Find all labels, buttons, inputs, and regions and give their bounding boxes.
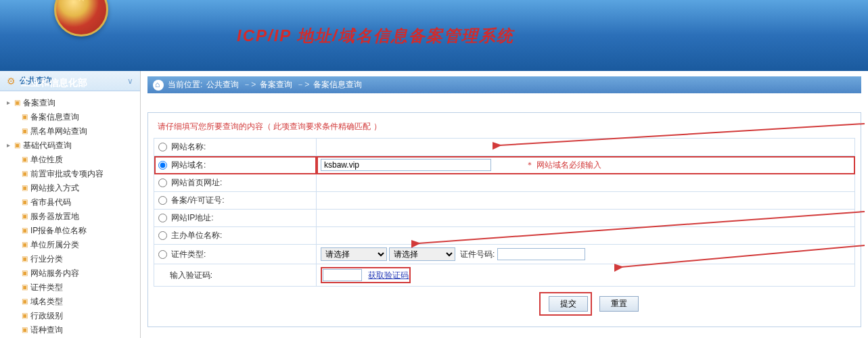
- cert-type-select-2[interactable]: 请选择: [389, 247, 455, 261]
- doc-icon: [22, 280, 28, 294]
- label-homepage: 网站首页网址:: [171, 178, 222, 187]
- doc-icon: [22, 294, 28, 308]
- doc-icon: [22, 251, 28, 266]
- sidebar-link[interactable]: IP报备单位名称: [30, 224, 87, 237]
- breadcrumb-lvl3[interactable]: 备案信息查询: [313, 79, 362, 91]
- sidebar-link[interactable]: 行政级别: [30, 309, 63, 322]
- sidebar-item[interactable]: 行业分类: [3, 251, 137, 266]
- sidebar-link[interactable]: 服务器放置地: [30, 210, 79, 223]
- sidebar-tree: 备案查询 备案信息查询 黑名单网站查询 基础代码查询 单位性质 前置审批或专项内…: [0, 91, 140, 338]
- sidebar-link[interactable]: 网站接入方式: [30, 181, 79, 195]
- home-icon[interactable]: [153, 80, 164, 91]
- sidebar-link[interactable]: 语种查询: [30, 323, 63, 337]
- sidebar-item[interactable]: 服务器放置地: [3, 209, 137, 223]
- sidebar-item[interactable]: 域名类型: [3, 294, 137, 308]
- breadcrumb-sep: －>: [296, 79, 309, 91]
- form-table: 网站名称: 网站域名: ＊ 网站域名必须输入 网站首页网址: 备案/许可证号:: [154, 138, 855, 287]
- label-cert: 证件类型:: [171, 249, 206, 259]
- row-site-name: 网站名称:: [154, 139, 855, 156]
- row-cert: 证件类型: 请选择 请选择 证件号码:: [154, 245, 855, 264]
- breadcrumb-lvl1[interactable]: 公共查询: [206, 79, 239, 91]
- sidebar-item[interactable]: 前置审批或专项内容: [3, 166, 137, 180]
- folder-icon: [7, 95, 12, 110]
- row-domain: 网站域名: ＊ 网站域名必须输入: [154, 156, 855, 174]
- query-form: 请仔细填写您所要查询的内容（ 此项查询要求条件精确匹配 ） 网站名称: 网站域名…: [147, 112, 861, 327]
- row-homepage: 网站首页网址:: [154, 174, 855, 192]
- doc-icon: [22, 166, 28, 180]
- sidebar-item[interactable]: 行政级别: [3, 308, 137, 322]
- doc-icon: [22, 308, 28, 322]
- sidebar-link[interactable]: 单位性质: [30, 153, 63, 166]
- sidebar-link[interactable]: 省市县代码: [30, 195, 71, 209]
- sidebar-item[interactable]: 单位性质: [3, 152, 137, 166]
- sidebar-link[interactable]: 备案查询: [23, 96, 55, 110]
- sidebar-item[interactable]: 证件类型: [3, 280, 137, 294]
- doc-icon: [14, 95, 20, 110]
- doc-icon: [22, 209, 28, 223]
- label-license: 备案/许可证号:: [171, 195, 225, 205]
- radio-site-name[interactable]: [158, 143, 167, 151]
- button-row: 提交 重置: [154, 287, 855, 318]
- radio-ip[interactable]: [158, 214, 167, 222]
- doc-icon: [14, 138, 20, 152]
- label-domain: 网站域名:: [171, 160, 206, 170]
- radio-license[interactable]: [158, 196, 167, 205]
- main-content: 当前位置: 公共查询 －> 备案查询 －> 备案信息查询 请仔细填写您所要查询的…: [141, 71, 868, 338]
- sidebar-link[interactable]: 前置审批或专项内容: [30, 167, 104, 180]
- row-ip: 网站IP地址:: [154, 210, 855, 227]
- sidebar-link[interactable]: 基础代码查询: [23, 139, 72, 152]
- breadcrumb-lvl2[interactable]: 备案查询: [260, 79, 292, 91]
- captcha-input[interactable]: [323, 269, 362, 281]
- cert-no-input[interactable]: [497, 248, 585, 260]
- domain-input[interactable]: [321, 159, 491, 171]
- sidebar-link[interactable]: 行业分类: [30, 252, 63, 266]
- sidebar-link[interactable]: 单位所属分类: [30, 238, 79, 251]
- domain-required-hint: ＊ 网站域名必须输入: [526, 160, 601, 170]
- submit-button[interactable]: 提交: [549, 296, 588, 312]
- doc-icon: [22, 223, 28, 237]
- sidebar-group-code[interactable]: 基础代码查询: [3, 138, 137, 152]
- sidebar-link[interactable]: 域名类型: [30, 295, 63, 308]
- form-hint: 请仔细填写您所要查询的内容（ 此项查询要求条件精确匹配 ）: [154, 118, 855, 138]
- sidebar: 公共查询 备案查询 备案信息查询 黑名单网站查询 基础代码查询 单位性质 前置审…: [0, 71, 141, 338]
- system-title: ICP/IP 地址/域名信息备案管理系统: [237, 26, 514, 45]
- label-captcha: 输入验证码:: [170, 270, 212, 280]
- doc-icon: [22, 195, 28, 209]
- breadcrumb: 当前位置: 公共查询 －> 备案查询 －> 备案信息查询: [147, 76, 861, 93]
- doc-icon: [22, 110, 28, 124]
- sidebar-group-beian[interactable]: 备案查询: [3, 95, 137, 110]
- folder-icon: [7, 138, 12, 152]
- sidebar-item[interactable]: 黑名单网站查询: [3, 124, 137, 138]
- doc-icon: [22, 237, 28, 251]
- breadcrumb-label: 当前位置:: [168, 79, 202, 91]
- sidebar-item[interactable]: IP报备单位名称: [3, 223, 137, 237]
- sidebar-link[interactable]: 网站服务内容: [30, 266, 79, 280]
- sidebar-item[interactable]: 网站服务内容: [3, 266, 137, 280]
- sidebar-item[interactable]: 省市县代码: [3, 195, 137, 209]
- label-ip: 网站IP地址:: [171, 213, 214, 222]
- doc-icon: [22, 266, 28, 280]
- row-license: 备案/许可证号:: [154, 192, 855, 210]
- label-sponsor: 主办单位名称:: [171, 231, 222, 240]
- sidebar-link[interactable]: 备案信息查询: [30, 110, 79, 124]
- get-captcha-link[interactable]: 获取验证码: [368, 270, 409, 280]
- reset-button[interactable]: 重置: [599, 296, 639, 312]
- label-site-name: 网站名称:: [171, 142, 206, 151]
- sidebar-item[interactable]: 网站接入方式: [3, 180, 137, 195]
- sidebar-item[interactable]: 单位所属分类: [3, 237, 137, 251]
- sidebar-item[interactable]: 备案信息查询: [3, 110, 137, 124]
- radio-cert[interactable]: [158, 250, 167, 259]
- row-captcha: 输入验证码: 获取验证码: [154, 264, 855, 287]
- cert-type-select-1[interactable]: 请选择: [321, 247, 387, 261]
- national-emblem-icon: [54, 0, 108, 37]
- doc-icon: [22, 152, 28, 166]
- sidebar-item[interactable]: 语种查询: [3, 322, 137, 337]
- sidebar-link[interactable]: 黑名单网站查询: [30, 124, 87, 138]
- doc-icon: [22, 322, 28, 337]
- radio-sponsor[interactable]: [158, 231, 167, 240]
- radio-domain[interactable]: [158, 161, 167, 170]
- org-name: 工业和信息化部: [14, 77, 95, 89]
- sidebar-link[interactable]: 证件类型: [30, 281, 63, 294]
- radio-homepage[interactable]: [158, 178, 167, 187]
- cert-no-label: 证件号码:: [460, 249, 495, 259]
